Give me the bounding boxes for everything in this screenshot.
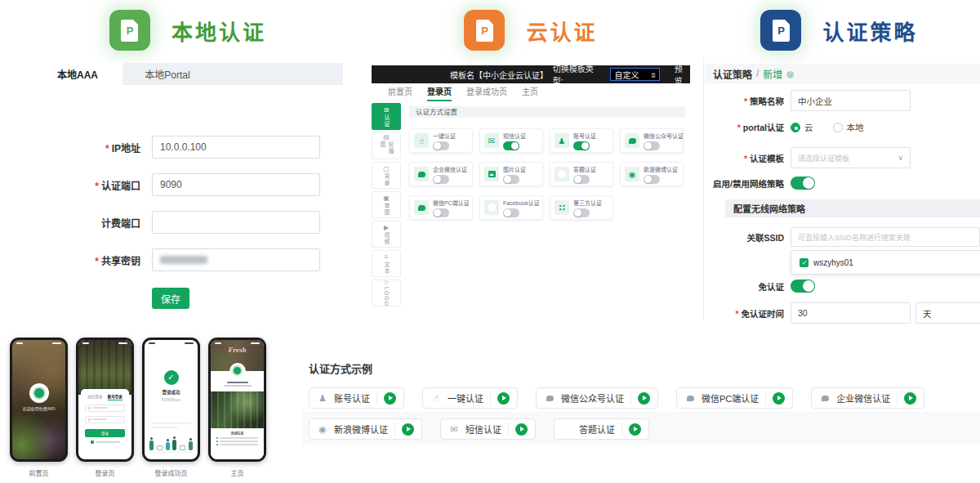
auth-example-button[interactable]: 短信认证 — [440, 418, 536, 440]
auth-method-toggle[interactable] — [503, 141, 519, 150]
password-input[interactable] — [85, 416, 125, 423]
account-input[interactable] — [85, 405, 125, 412]
auth-method-toggle[interactable] — [644, 141, 660, 150]
auth-example-label: 答题认证 — [579, 423, 615, 436]
sidebar-item[interactable]: ▢ 背景 — [372, 162, 401, 189]
policy-name-input[interactable]: 中小企业 — [791, 90, 911, 111]
auth-example-button[interactable]: 新浪微博认证 — [309, 418, 422, 440]
sidebar-item-icon: ▶ — [384, 224, 389, 231]
auth-example-icon — [317, 423, 328, 435]
ssid-dropdown: ✓ wszyhys01 — [791, 250, 980, 275]
page-tab[interactable]: 前置页 — [388, 85, 412, 101]
text-input[interactable]: 9090 — [152, 173, 320, 196]
auth-example-button[interactable]: 答题认证 — [554, 418, 649, 440]
ssid-option[interactable]: wszyhys01 — [813, 258, 853, 267]
play-icon[interactable] — [402, 423, 414, 436]
breadcrumb-root[interactable]: 认证策略 — [713, 67, 752, 81]
text-input[interactable] — [152, 211, 320, 234]
auth-example-button[interactable]: 微信公众号认证 — [536, 387, 658, 409]
free-auth-time-input[interactable]: 30 — [791, 302, 911, 324]
template-type-select[interactable]: 自定义 — [610, 68, 659, 81]
store-photo — [78, 340, 131, 395]
sidebar-item[interactable]: ⊞ 认证 — [372, 103, 401, 130]
auth-example-button[interactable]: 账号认证 — [309, 387, 404, 409]
local-auth-tab[interactable]: 本地AAA — [33, 63, 122, 85]
auth-method-toggle[interactable] — [573, 175, 590, 184]
required-star: * — [95, 256, 99, 267]
text-input[interactable] — [152, 248, 320, 271]
sidebar-item[interactable]: ≡ 文本 — [372, 250, 401, 277]
page-tab[interactable]: 主页 — [522, 85, 538, 101]
masked-secret-value — [160, 256, 207, 264]
page-tab[interactable]: 登录成功页 — [466, 85, 507, 101]
divider — [630, 391, 631, 405]
auth-method-toggle[interactable] — [573, 208, 590, 217]
local-auth-header: P 本地认证 — [33, 10, 343, 51]
divider — [490, 391, 491, 405]
login-tab[interactable]: 短信登录 — [87, 394, 102, 400]
auth-method-toggle[interactable] — [503, 175, 519, 184]
cloud-auth-title: 云认证 — [526, 16, 597, 46]
divider — [621, 423, 622, 436]
auth-method-toggle[interactable] — [644, 175, 660, 184]
play-icon[interactable] — [384, 392, 396, 405]
auth-method-label: 新浪微博认证 — [644, 165, 678, 173]
sidebar-item-icon: ≡ — [385, 253, 389, 261]
local-auth-panel: P 本地认证 本地AAA本地Portal *IP地址 10.0.0.100 *认… — [33, 0, 343, 329]
ssid-search-input[interactable]: 可直接输入SSID名称进行搜索关联 — [791, 227, 980, 247]
auth-example-button[interactable]: 微信PC端认证 — [676, 387, 793, 409]
radio-icon — [833, 123, 843, 132]
portal-radio-option[interactable]: 本地 — [833, 121, 864, 133]
phone-caption: 主页 — [208, 468, 266, 477]
portal-radio-option[interactable]: 云 — [791, 121, 813, 133]
auth-method-toggle[interactable] — [433, 141, 449, 150]
network-policy-toggle[interactable] — [791, 177, 815, 190]
phone-mockups: 欢迎使用免费WiFi 短信登录账号登录 登录 — [10, 338, 266, 462]
sidebar-item[interactable]: ☆ LOGO — [372, 280, 401, 306]
auth-example-icon — [448, 423, 460, 435]
auth-method-toggle[interactable] — [503, 208, 519, 217]
play-icon[interactable] — [515, 423, 528, 436]
free-auth-label: 免认证 — [698, 280, 784, 293]
auth-template-select[interactable]: 请选择认证模板 ∨ — [791, 147, 911, 168]
auth-example-button[interactable]: 一键认证 — [422, 387, 518, 409]
free-auth-toggle[interactable] — [791, 280, 815, 293]
save-button[interactable]: 保存 — [152, 288, 189, 309]
field-label: *认证端口 — [33, 178, 140, 192]
sidebar-item[interactable]: ▤ 轮播图 — [372, 132, 401, 159]
checkbox-checked-icon[interactable]: ✓ — [800, 258, 808, 267]
auth-method-card: 企业微信认证 — [409, 162, 473, 186]
text-input[interactable]: 10.0.0.100 — [152, 136, 320, 159]
sidebar-item[interactable]: ▣ 单图 — [372, 191, 401, 218]
auth-method-card: 微信PC端认证 — [409, 195, 473, 220]
play-icon[interactable] — [773, 392, 785, 405]
divider — [394, 423, 395, 436]
sidebar-item-icon: ▣ — [383, 195, 390, 202]
activity-info-title: 活动信息 — [211, 431, 264, 436]
local-auth-tab[interactable]: 本地Portal — [122, 63, 212, 85]
auth-method-toggle[interactable] — [433, 208, 449, 217]
shoppers-illustration — [149, 435, 193, 453]
login-tab[interactable]: 账号登录 — [108, 394, 122, 400]
page-tab[interactable]: 登录页 — [427, 85, 452, 101]
login-button[interactable]: 登录 — [85, 429, 125, 437]
auth-method-label: 账号认证 — [573, 132, 596, 140]
sidebar-item[interactable]: ▶ 视频 — [372, 221, 401, 248]
play-icon[interactable] — [629, 423, 641, 436]
form-row: *共享密钥 — [33, 248, 320, 271]
divider — [508, 423, 509, 436]
checkbox-icon[interactable] — [91, 441, 94, 444]
play-icon[interactable] — [638, 392, 650, 405]
sidebar-item-label: 轮播图 — [378, 141, 394, 159]
sidebar-item-label: 背景 — [382, 173, 390, 186]
auth-method-card: 微信公众号认证 — [620, 128, 684, 153]
network-policy-label: 启用/禁用网络策略 — [698, 177, 784, 190]
auth-method-toggle[interactable] — [573, 141, 590, 150]
play-icon[interactable] — [904, 392, 916, 405]
auth-method-toggle[interactable] — [433, 175, 449, 184]
free-auth-row: 免认证 — [698, 280, 980, 293]
form-row: *IP地址 10.0.0.100 — [33, 136, 320, 159]
play-icon[interactable] — [497, 392, 510, 405]
auth-example-button[interactable]: 企业微信认证 — [811, 387, 924, 409]
local-auth-title: 本地认证 — [172, 16, 266, 46]
